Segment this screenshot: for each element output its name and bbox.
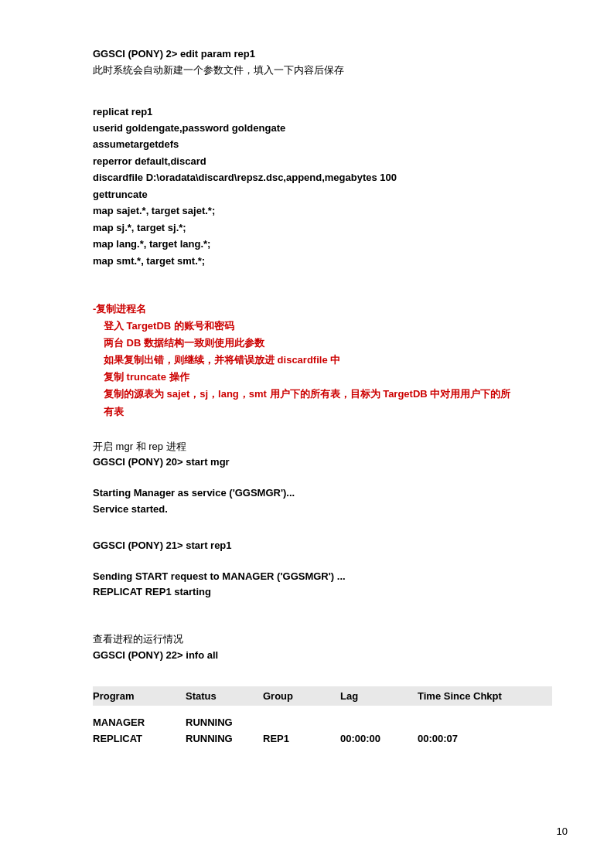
cell-manager-timesince <box>418 717 510 728</box>
cell-manager-lag <box>340 717 418 728</box>
mgr-output-line1: Starting Manager as service ('GGSMGR')..… <box>93 487 295 499</box>
col-header-program: Program <box>93 690 186 702</box>
comment-block: -复制进程名 登入 TargetDB 的账号和密码 两台 DB 数据结构一致则使… <box>93 301 552 420</box>
config-line-5: gettruncate <box>93 186 552 203</box>
cell-replicat-timesince: 00:00:07 <box>418 733 510 744</box>
config-line-8: map lang.*, target lang.*; <box>93 236 552 252</box>
config-line-7: map sj.*, target sj.*; <box>93 220 552 236</box>
cell-replicat-group: REP1 <box>263 733 340 744</box>
config-line-9: map smt.*, target smt.*; <box>93 253 552 269</box>
command-start-mgr: GGSCI (PONY) 20> start mgr <box>93 456 230 468</box>
comment-line-5: 复制的源表为 sajet，sj，lang，smt 用户下的所有表，目标为 Tar… <box>93 386 552 420</box>
comment-line-3: 如果复制出错，则继续，并将错误放进 discardfile 中 <box>93 352 552 369</box>
cell-replicat-status: RUNNING <box>186 733 263 744</box>
cell-replicat-program: REPLICAT <box>93 733 186 744</box>
config-line-2: assumetargetdefs <box>93 136 552 152</box>
comment-line-2: 两台 DB 数据结构一致则使用此参数 <box>93 335 552 352</box>
config-line-4: discardfile D:\oradata\discard\repsz.dsc… <box>93 169 552 186</box>
description-edit-param: 此时系统会自动新建一个参数文件，填入一下内容后保存 <box>93 64 344 76</box>
section-info-all: 查看进程的运行情况 GGSCI (PONY) 22> info all <box>93 631 552 664</box>
config-line-3: reperror default,discard <box>93 153 552 169</box>
cell-manager-status: RUNNING <box>186 717 263 728</box>
comment-line-0: -复制进程名 <box>93 301 552 318</box>
col-header-lag: Lag <box>340 690 418 702</box>
comment-line-1: 登入 TargetDB 的账号和密码 <box>93 318 552 335</box>
section-edit-param: GGSCI (PONY) 2> edit param rep1 此时系统会自动新… <box>93 46 552 79</box>
command-start-rep1: GGSCI (PONY) 21> start rep1 <box>93 540 232 551</box>
info-intro: 查看进程的运行情况 <box>93 633 183 645</box>
config-line-0: replicat rep1 <box>93 104 552 120</box>
cell-replicat-lag: 00:00:00 <box>340 733 418 744</box>
table-header-row: Program Status Group Lag Time Since Chkp… <box>93 686 552 706</box>
command-edit-param: GGSCI (PONY) 2> edit param rep1 <box>93 48 255 60</box>
page-container: GGSCI (PONY) 2> edit param rep1 此时系统会自动新… <box>0 0 614 868</box>
page-number: 10 <box>557 825 568 837</box>
info-table: Program Status Group Lag Time Since Chkp… <box>93 686 552 747</box>
table-row-replicat: REPLICAT RUNNING REP1 00:00:00 00:00:07 <box>93 730 552 747</box>
section-mgr-output: Starting Manager as service ('GGSMGR')..… <box>93 485 552 518</box>
command-info-all: GGSCI (PONY) 22> info all <box>93 649 218 661</box>
rep1-output-line2: REPLICAT REP1 starting <box>93 586 211 597</box>
config-line-1: userid goldengate,password goldengate <box>93 120 552 136</box>
section-start-rep1: GGSCI (PONY) 21> start rep1 <box>93 538 552 554</box>
section-start-mgr: 开启 mgr 和 rep 进程 GGSCI (PONY) 20> start m… <box>93 439 552 471</box>
cell-manager-program: MANAGER <box>93 717 186 728</box>
table-row-manager: MANAGER RUNNING <box>93 714 552 730</box>
config-block: replicat rep1 userid goldengate,password… <box>93 104 552 269</box>
config-line-6: map sajet.*, target sajet.*; <box>93 203 552 219</box>
comment-line-4: 复制 truncate 操作 <box>93 369 552 386</box>
col-header-timesince: Time Since Chkpt <box>418 690 510 702</box>
start-intro: 开启 mgr 和 rep 进程 <box>93 441 186 452</box>
mgr-output-line2: Service started. <box>93 503 168 515</box>
col-header-status: Status <box>186 690 263 702</box>
section-rep1-output: Sending START request to MANAGER ('GGSMG… <box>93 569 552 601</box>
cell-manager-group <box>263 717 340 728</box>
col-header-group: Group <box>263 690 340 702</box>
rep1-output-line1: Sending START request to MANAGER ('GGSMG… <box>93 570 346 582</box>
